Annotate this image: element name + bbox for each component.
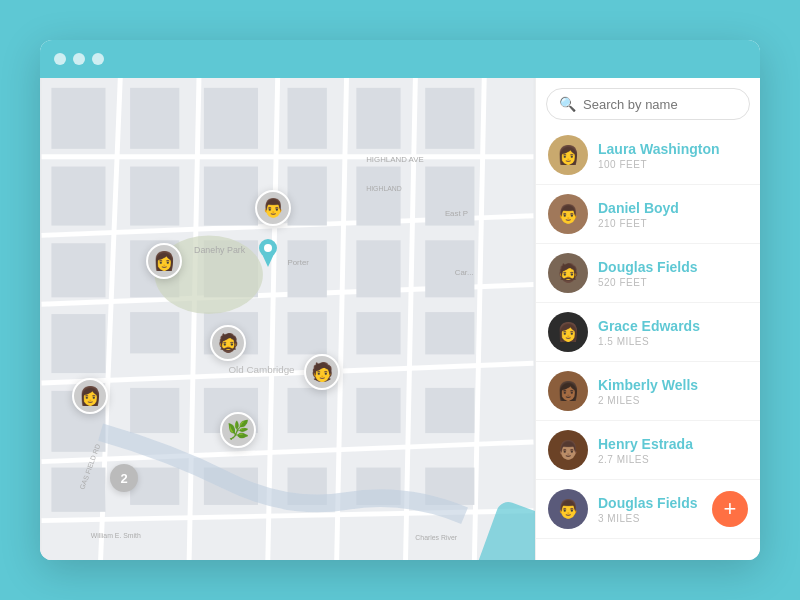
- main-content: Danehy Park HIGHLAND AVE Porter Old Camb…: [40, 78, 760, 560]
- svg-rect-16: [288, 88, 327, 149]
- map-avatar-6[interactable]: 🌿: [220, 412, 256, 448]
- svg-rect-13: [51, 88, 105, 149]
- svg-rect-35: [356, 312, 400, 354]
- add-person-button[interactable]: +: [712, 491, 748, 527]
- svg-text:Danehy Park: Danehy Park: [194, 245, 246, 255]
- person-item-kimberly-wells[interactable]: 👩🏾Kimberly Wells2 MILES: [536, 362, 760, 421]
- svg-rect-17: [356, 88, 400, 149]
- person-name-kimberly-wells: Kimberly Wells: [598, 376, 698, 394]
- avatar-henry-estrada: 👨🏽: [548, 430, 588, 470]
- person-name-laura-washington: Laura Washington: [598, 140, 720, 158]
- map-avatar-1[interactable]: 👩: [146, 243, 182, 279]
- titlebar: [40, 40, 760, 78]
- avatar-grace-edwards: 👩: [548, 312, 588, 352]
- person-name-grace-edwards: Grace Edwards: [598, 317, 700, 335]
- person-item-grace-edwards[interactable]: 👩Grace Edwards1.5 MILES: [536, 303, 760, 362]
- svg-rect-42: [425, 388, 474, 433]
- person-distance-kimberly-wells: 2 MILES: [598, 395, 698, 406]
- map-avatar-3[interactable]: 🧔: [210, 325, 246, 361]
- svg-rect-40: [288, 388, 327, 433]
- map-avatar-5[interactable]: 👩: [72, 378, 108, 414]
- svg-point-62: [264, 244, 272, 252]
- current-location-pin: [259, 239, 277, 271]
- app-window: Danehy Park HIGHLAND AVE Porter Old Camb…: [40, 40, 760, 560]
- person-name-douglas-fields-2: Douglas Fields: [598, 494, 698, 512]
- svg-rect-41: [356, 388, 400, 433]
- svg-rect-18: [425, 88, 474, 149]
- person-item-henry-estrada[interactable]: 👨🏽Henry Estrada2.7 MILES: [536, 421, 760, 480]
- map-avatar-2[interactable]: 👨: [255, 190, 291, 226]
- avatar-laura-washington: 👩: [548, 135, 588, 175]
- svg-rect-20: [130, 167, 179, 226]
- person-item-daniel-boyd[interactable]: 👨Daniel Boyd210 FEET: [536, 185, 760, 244]
- search-box[interactable]: 🔍: [546, 88, 750, 120]
- svg-text:HIGHLAND: HIGHLAND: [366, 185, 402, 192]
- svg-text:William E. Smith: William E. Smith: [91, 532, 141, 539]
- person-name-douglas-fields-1: Douglas Fields: [598, 258, 698, 276]
- svg-rect-21: [204, 167, 258, 226]
- search-input[interactable]: [583, 97, 737, 112]
- svg-rect-23: [356, 167, 400, 226]
- person-distance-douglas-fields-1: 520 FEET: [598, 277, 698, 288]
- svg-rect-29: [356, 240, 400, 297]
- avatar-douglas-fields-1: 🧔: [548, 253, 588, 293]
- person-info-douglas-fields-2: Douglas Fields3 MILES: [598, 494, 698, 524]
- map-avatar-4[interactable]: 🧑: [304, 354, 340, 390]
- svg-rect-36: [425, 312, 474, 354]
- person-distance-daniel-boyd: 210 FEET: [598, 218, 679, 229]
- svg-rect-31: [51, 314, 105, 373]
- person-distance-henry-estrada: 2.7 MILES: [598, 454, 693, 465]
- person-info-douglas-fields-1: Douglas Fields520 FEET: [598, 258, 698, 288]
- svg-rect-38: [130, 388, 179, 433]
- avatar-daniel-boyd: 👨: [548, 194, 588, 234]
- person-item-douglas-fields-1[interactable]: 🧔Douglas Fields520 FEET: [536, 244, 760, 303]
- svg-text:Charles River: Charles River: [415, 534, 457, 541]
- person-item-laura-washington[interactable]: 👩Laura Washington100 FEET: [536, 126, 760, 185]
- map-area: Danehy Park HIGHLAND AVE Porter Old Camb…: [40, 78, 535, 560]
- svg-text:Car...: Car...: [455, 268, 474, 277]
- person-distance-grace-edwards: 1.5 MILES: [598, 336, 700, 347]
- svg-rect-28: [288, 240, 327, 297]
- svg-rect-25: [51, 243, 105, 297]
- map-badge: 2: [110, 464, 138, 492]
- svg-rect-14: [130, 88, 179, 149]
- titlebar-dot-1: [54, 53, 66, 65]
- person-info-henry-estrada: Henry Estrada2.7 MILES: [598, 435, 693, 465]
- svg-text:East P: East P: [445, 209, 468, 218]
- search-icon: 🔍: [559, 96, 576, 112]
- svg-rect-22: [288, 167, 327, 226]
- svg-text:Porter: Porter: [288, 258, 310, 267]
- person-info-daniel-boyd: Daniel Boyd210 FEET: [598, 199, 679, 229]
- person-name-henry-estrada: Henry Estrada: [598, 435, 693, 453]
- titlebar-dot-3: [92, 53, 104, 65]
- avatar-douglas-fields-2: 👨: [548, 489, 588, 529]
- person-distance-douglas-fields-2: 3 MILES: [598, 513, 698, 524]
- person-info-laura-washington: Laura Washington100 FEET: [598, 140, 720, 170]
- person-info-grace-edwards: Grace Edwards1.5 MILES: [598, 317, 700, 347]
- person-name-daniel-boyd: Daniel Boyd: [598, 199, 679, 217]
- svg-rect-43: [51, 468, 105, 512]
- svg-text:Old Cambridge: Old Cambridge: [228, 364, 295, 375]
- sidebar: 🔍 👩Laura Washington100 FEET👨Daniel Boyd2…: [535, 78, 760, 560]
- person-list: 👩Laura Washington100 FEET👨Daniel Boyd210…: [536, 126, 760, 539]
- svg-rect-34: [288, 312, 327, 354]
- svg-rect-19: [51, 167, 105, 226]
- person-item-douglas-fields-2[interactable]: 👨Douglas Fields3 MILES+: [536, 480, 760, 539]
- person-info-kimberly-wells: Kimberly Wells2 MILES: [598, 376, 698, 406]
- svg-text:HIGHLAND AVE: HIGHLAND AVE: [366, 155, 424, 164]
- avatar-kimberly-wells: 👩🏾: [548, 371, 588, 411]
- svg-rect-15: [204, 88, 258, 149]
- svg-marker-61: [262, 254, 274, 267]
- svg-rect-32: [130, 312, 179, 353]
- titlebar-dot-2: [73, 53, 85, 65]
- person-distance-laura-washington: 100 FEET: [598, 159, 720, 170]
